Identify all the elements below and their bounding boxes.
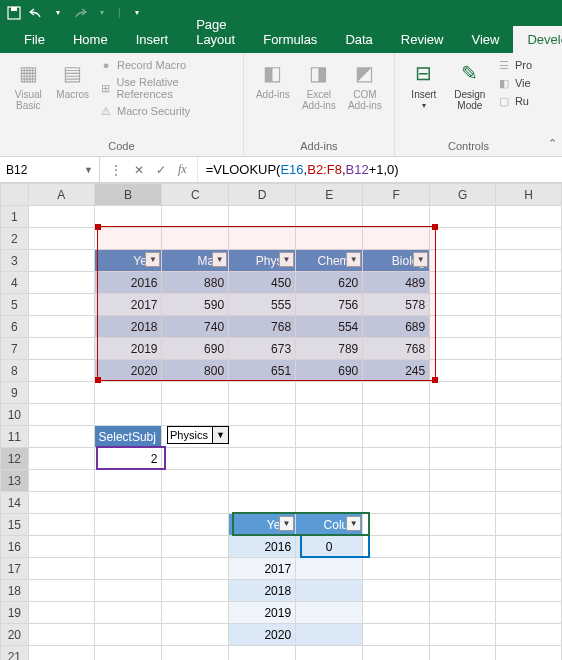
tab-review[interactable]: Review xyxy=(387,26,458,53)
excel-addins-button[interactable]: ◨ Excel Add-ins xyxy=(298,57,340,113)
collapse-ribbon-button[interactable]: ⌃ xyxy=(542,53,562,156)
row-header[interactable]: 3 xyxy=(1,250,29,272)
tab-developer[interactable]: Develope xyxy=(513,26,562,53)
table-cell[interactable]: 2017 xyxy=(94,294,162,316)
row-header[interactable]: 12 xyxy=(1,448,29,470)
col-header-H[interactable]: H xyxy=(496,184,562,206)
formula-bar-expand-icon[interactable]: ⋮ xyxy=(110,163,122,177)
row-header[interactable]: 16 xyxy=(1,536,29,558)
filter-dropdown-icon[interactable]: ▼ xyxy=(346,252,361,267)
com-addins-button[interactable]: ◩ COM Add-ins xyxy=(344,57,386,113)
select-subject-label[interactable]: SelectSubj xyxy=(94,426,162,448)
visual-basic-button[interactable]: ▦ Visual Basic xyxy=(8,57,48,113)
enter-icon[interactable]: ✓ xyxy=(156,163,166,177)
table-cell[interactable]: 689 xyxy=(363,316,430,338)
table-cell[interactable]: 756 xyxy=(296,294,363,316)
table-cell[interactable]: 2019 xyxy=(229,602,296,624)
table-header-cell[interactable]: Biolog▼ xyxy=(363,250,430,272)
tab-view[interactable]: View xyxy=(457,26,513,53)
filter-dropdown-icon[interactable]: ▼ xyxy=(413,252,428,267)
table-cell[interactable]: 2019 xyxy=(94,338,162,360)
active-cell[interactable]: 2 xyxy=(94,448,162,470)
properties-button[interactable]: ☰Pro xyxy=(495,57,534,73)
table-cell[interactable]: 620 xyxy=(296,272,363,294)
row-header[interactable]: 19 xyxy=(1,602,29,624)
table-cell[interactable] xyxy=(296,624,363,646)
table-cell[interactable] xyxy=(296,580,363,602)
row-header[interactable]: 10 xyxy=(1,404,29,426)
tab-data[interactable]: Data xyxy=(331,26,386,53)
table-cell[interactable]: 2016 xyxy=(229,536,296,558)
formula-input[interactable]: =VLOOKUP(E16,B2:F8,B12+1,0) xyxy=(198,157,562,182)
row-header[interactable]: 2 xyxy=(1,228,29,250)
table-cell[interactable]: 2018 xyxy=(229,580,296,602)
name-box-dropdown-icon[interactable]: ▼ xyxy=(84,165,93,175)
filter-dropdown-icon[interactable]: ▼ xyxy=(212,252,227,267)
table-cell[interactable]: 690 xyxy=(296,360,363,382)
name-box[interactable]: B12 ▼ xyxy=(0,157,100,182)
run-dialog-button[interactable]: ▢Ru xyxy=(495,93,534,109)
table-header-cell[interactable]: Colum▼ xyxy=(296,514,363,536)
record-macro-button[interactable]: ●Record Macro xyxy=(97,57,235,73)
undo-dropdown-icon[interactable]: ▾ xyxy=(50,5,66,21)
row-header[interactable]: 13 xyxy=(1,470,29,492)
row-header[interactable]: 14 xyxy=(1,492,29,514)
table-header-cell[interactable]: Physic▼ xyxy=(229,250,296,272)
table-cell[interactable]: 554 xyxy=(296,316,363,338)
select-all-corner[interactable] xyxy=(1,184,29,206)
cancel-icon[interactable]: ✕ xyxy=(134,163,144,177)
undo-icon[interactable] xyxy=(28,5,44,21)
col-header-G[interactable]: G xyxy=(430,184,496,206)
table-cell[interactable] xyxy=(296,602,363,624)
design-mode-button[interactable]: ✎ Design Mode xyxy=(449,57,491,113)
save-icon[interactable] xyxy=(6,5,22,21)
redo-dropdown-icon[interactable]: ▾ xyxy=(94,5,110,21)
worksheet-grid[interactable]: A B C D E F G H 1 2 3 Year▼ Math▼ Physic… xyxy=(0,183,562,660)
table-cell[interactable]: 578 xyxy=(363,294,430,316)
table-cell[interactable]: 489 xyxy=(363,272,430,294)
col-header-C[interactable]: C xyxy=(162,184,229,206)
table-cell[interactable]: 590 xyxy=(162,294,229,316)
row-header[interactable]: 15 xyxy=(1,514,29,536)
tab-file[interactable]: File xyxy=(10,26,59,53)
row-header[interactable]: 9 xyxy=(1,382,29,404)
table-cell[interactable]: 450 xyxy=(229,272,296,294)
table-cell[interactable]: 673 xyxy=(229,338,296,360)
row-header[interactable]: 4 xyxy=(1,272,29,294)
tab-insert[interactable]: Insert xyxy=(122,26,183,53)
table-cell[interactable]: 2017 xyxy=(229,558,296,580)
view-code-button[interactable]: ◧Vie xyxy=(495,75,534,91)
table-header-cell[interactable]: Chemis▼ xyxy=(296,250,363,272)
row-header[interactable]: 8 xyxy=(1,360,29,382)
table-cell[interactable]: 0 xyxy=(296,536,363,558)
table-cell[interactable]: 2020 xyxy=(94,360,162,382)
col-header-D[interactable]: D xyxy=(229,184,296,206)
row-header[interactable]: 1 xyxy=(1,206,29,228)
filter-dropdown-icon[interactable]: ▼ xyxy=(279,516,294,531)
table-cell[interactable]: 789 xyxy=(296,338,363,360)
table-cell[interactable]: 690 xyxy=(162,338,229,360)
table-cell[interactable]: 740 xyxy=(162,316,229,338)
filter-dropdown-icon[interactable]: ▼ xyxy=(346,516,361,531)
table-cell[interactable]: 880 xyxy=(162,272,229,294)
table-header-cell[interactable]: Year▼ xyxy=(229,514,296,536)
table-cell[interactable]: 2018 xyxy=(94,316,162,338)
table-cell[interactable]: 2016 xyxy=(94,272,162,294)
col-header-F[interactable]: F xyxy=(363,184,430,206)
row-header[interactable]: 6 xyxy=(1,316,29,338)
combobox-dropdown-icon[interactable]: ▼ xyxy=(212,427,228,443)
table-cell[interactable]: 245 xyxy=(363,360,430,382)
row-header[interactable]: 11 xyxy=(1,426,29,448)
tab-home[interactable]: Home xyxy=(59,26,122,53)
use-relative-button[interactable]: ⊞Use Relative References xyxy=(97,75,235,101)
table-header-cell[interactable]: Year▼ xyxy=(94,250,162,272)
table-header-cell[interactable]: Math▼ xyxy=(162,250,229,272)
tab-page-layout[interactable]: Page Layout xyxy=(182,11,249,53)
col-header-A[interactable]: A xyxy=(28,184,94,206)
insert-controls-button[interactable]: ⊟ Insert ▾ xyxy=(403,57,445,113)
table-cell[interactable]: 651 xyxy=(229,360,296,382)
table-cell[interactable]: 768 xyxy=(229,316,296,338)
customize-qat-icon[interactable]: ▾ xyxy=(129,5,145,21)
row-header[interactable]: 7 xyxy=(1,338,29,360)
insert-function-icon[interactable]: fx xyxy=(178,162,187,177)
